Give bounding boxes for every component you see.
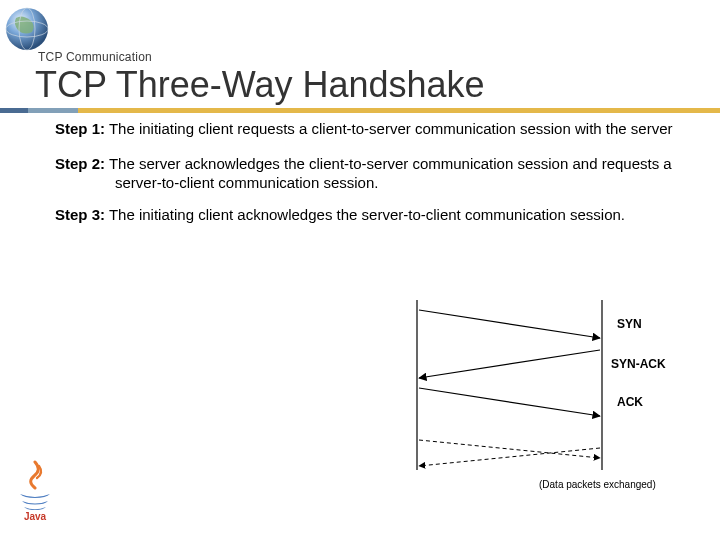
step-3-text: The initiating client acknowledges the s… [109, 206, 625, 223]
svg-text:Java: Java [24, 511, 47, 522]
globe-icon [2, 4, 52, 54]
breadcrumb: TCP Communication [38, 50, 152, 64]
diagram-label-synack: SYN-ACK [611, 357, 666, 371]
step-1-text: The initiating client requests a client-… [109, 120, 673, 137]
page-title: TCP Three-Way Handshake [35, 64, 485, 106]
diagram-label-ack: ACK [617, 395, 643, 409]
step-1-label: Step 1: [55, 120, 105, 137]
svg-line-6 [419, 350, 600, 378]
diagram-footer: (Data packets exchanged) [539, 479, 656, 490]
step-1: Step 1: The initiating client requests a… [55, 120, 675, 139]
svg-line-7 [419, 388, 600, 416]
svg-line-8 [419, 440, 600, 458]
step-3-label: Step 3: [55, 206, 105, 223]
top-bar [0, 0, 720, 36]
handshake-diagram: SYN SYN-ACK ACK (Data packets exchanged) [407, 300, 672, 500]
java-icon: Java [12, 460, 58, 522]
diagram-label-syn: SYN [617, 317, 642, 331]
step-2: Step 2: The server acknowledges the clie… [55, 155, 675, 193]
step-3: Step 3: The initiating client acknowledg… [55, 206, 675, 225]
step-2-text: The server acknowledges the client-to-se… [109, 155, 672, 191]
step-2-label: Step 2: [55, 155, 105, 172]
body-text: Step 1: The initiating client requests a… [55, 120, 675, 239]
title-underline [0, 108, 720, 113]
svg-line-5 [419, 310, 600, 338]
svg-line-9 [419, 448, 600, 466]
